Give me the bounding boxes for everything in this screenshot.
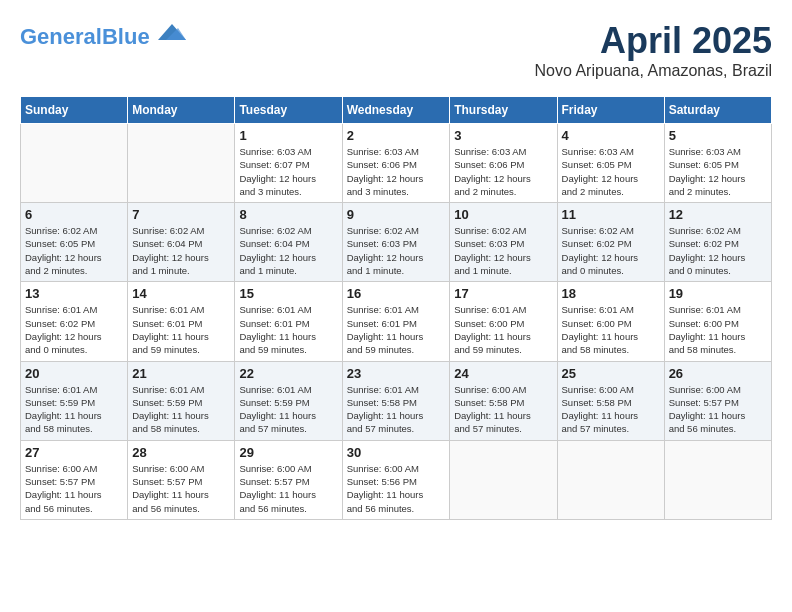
day-number: 9: [347, 207, 446, 222]
day-number: 5: [669, 128, 767, 143]
calendar-cell: 30Sunrise: 6:00 AM Sunset: 5:56 PM Dayli…: [342, 440, 450, 519]
day-detail: Sunrise: 6:01 AM Sunset: 6:02 PM Dayligh…: [25, 303, 123, 356]
day-detail: Sunrise: 6:00 AM Sunset: 5:58 PM Dayligh…: [454, 383, 552, 436]
calendar-cell: 2Sunrise: 6:03 AM Sunset: 6:06 PM Daylig…: [342, 124, 450, 203]
day-number: 30: [347, 445, 446, 460]
calendar-cell: 3Sunrise: 6:03 AM Sunset: 6:06 PM Daylig…: [450, 124, 557, 203]
calendar-cell: 6Sunrise: 6:02 AM Sunset: 6:05 PM Daylig…: [21, 203, 128, 282]
header: GeneralBlue April 2025 Novo Aripuana, Am…: [20, 20, 772, 80]
day-detail: Sunrise: 6:01 AM Sunset: 6:00 PM Dayligh…: [454, 303, 552, 356]
calendar-cell: [21, 124, 128, 203]
weekday-header-row: SundayMondayTuesdayWednesdayThursdayFrid…: [21, 97, 772, 124]
day-number: 25: [562, 366, 660, 381]
day-detail: Sunrise: 6:02 AM Sunset: 6:05 PM Dayligh…: [25, 224, 123, 277]
calendar-cell: 9Sunrise: 6:02 AM Sunset: 6:03 PM Daylig…: [342, 203, 450, 282]
day-detail: Sunrise: 6:01 AM Sunset: 6:01 PM Dayligh…: [239, 303, 337, 356]
day-number: 19: [669, 286, 767, 301]
day-detail: Sunrise: 6:01 AM Sunset: 5:58 PM Dayligh…: [347, 383, 446, 436]
location-title: Novo Aripuana, Amazonas, Brazil: [535, 62, 772, 80]
day-number: 14: [132, 286, 230, 301]
day-detail: Sunrise: 6:03 AM Sunset: 6:06 PM Dayligh…: [454, 145, 552, 198]
weekday-header-sunday: Sunday: [21, 97, 128, 124]
day-detail: Sunrise: 6:02 AM Sunset: 6:03 PM Dayligh…: [454, 224, 552, 277]
day-detail: Sunrise: 6:01 AM Sunset: 6:01 PM Dayligh…: [132, 303, 230, 356]
calendar-cell: 29Sunrise: 6:00 AM Sunset: 5:57 PM Dayli…: [235, 440, 342, 519]
day-detail: Sunrise: 6:01 AM Sunset: 5:59 PM Dayligh…: [132, 383, 230, 436]
day-number: 11: [562, 207, 660, 222]
calendar-cell: 21Sunrise: 6:01 AM Sunset: 5:59 PM Dayli…: [128, 361, 235, 440]
calendar-cell: 10Sunrise: 6:02 AM Sunset: 6:03 PM Dayli…: [450, 203, 557, 282]
day-number: 26: [669, 366, 767, 381]
calendar-cell: 19Sunrise: 6:01 AM Sunset: 6:00 PM Dayli…: [664, 282, 771, 361]
calendar-cell: 22Sunrise: 6:01 AM Sunset: 5:59 PM Dayli…: [235, 361, 342, 440]
day-detail: Sunrise: 6:00 AM Sunset: 5:58 PM Dayligh…: [562, 383, 660, 436]
day-number: 13: [25, 286, 123, 301]
calendar-cell: 25Sunrise: 6:00 AM Sunset: 5:58 PM Dayli…: [557, 361, 664, 440]
calendar-cell: [450, 440, 557, 519]
day-detail: Sunrise: 6:00 AM Sunset: 5:56 PM Dayligh…: [347, 462, 446, 515]
calendar-cell: 11Sunrise: 6:02 AM Sunset: 6:02 PM Dayli…: [557, 203, 664, 282]
logo-text: GeneralBlue: [20, 20, 186, 49]
calendar-cell: 18Sunrise: 6:01 AM Sunset: 6:00 PM Dayli…: [557, 282, 664, 361]
day-number: 23: [347, 366, 446, 381]
day-number: 8: [239, 207, 337, 222]
calendar: SundayMondayTuesdayWednesdayThursdayFrid…: [20, 96, 772, 520]
day-number: 3: [454, 128, 552, 143]
day-number: 18: [562, 286, 660, 301]
week-row-5: 27Sunrise: 6:00 AM Sunset: 5:57 PM Dayli…: [21, 440, 772, 519]
day-detail: Sunrise: 6:02 AM Sunset: 6:02 PM Dayligh…: [669, 224, 767, 277]
day-detail: Sunrise: 6:03 AM Sunset: 6:07 PM Dayligh…: [239, 145, 337, 198]
day-detail: Sunrise: 6:03 AM Sunset: 6:05 PM Dayligh…: [562, 145, 660, 198]
calendar-cell: 27Sunrise: 6:00 AM Sunset: 5:57 PM Dayli…: [21, 440, 128, 519]
day-number: 27: [25, 445, 123, 460]
day-detail: Sunrise: 6:00 AM Sunset: 5:57 PM Dayligh…: [239, 462, 337, 515]
day-number: 4: [562, 128, 660, 143]
weekday-header-tuesday: Tuesday: [235, 97, 342, 124]
day-detail: Sunrise: 6:02 AM Sunset: 6:04 PM Dayligh…: [132, 224, 230, 277]
calendar-cell: 1Sunrise: 6:03 AM Sunset: 6:07 PM Daylig…: [235, 124, 342, 203]
weekday-header-wednesday: Wednesday: [342, 97, 450, 124]
logo: GeneralBlue: [20, 20, 186, 49]
day-detail: Sunrise: 6:02 AM Sunset: 6:02 PM Dayligh…: [562, 224, 660, 277]
calendar-cell: 5Sunrise: 6:03 AM Sunset: 6:05 PM Daylig…: [664, 124, 771, 203]
calendar-cell: 23Sunrise: 6:01 AM Sunset: 5:58 PM Dayli…: [342, 361, 450, 440]
day-number: 10: [454, 207, 552, 222]
day-number: 20: [25, 366, 123, 381]
day-detail: Sunrise: 6:03 AM Sunset: 6:05 PM Dayligh…: [669, 145, 767, 198]
logo-line2: Blue: [102, 24, 150, 49]
day-number: 12: [669, 207, 767, 222]
day-number: 7: [132, 207, 230, 222]
day-number: 21: [132, 366, 230, 381]
calendar-cell: 14Sunrise: 6:01 AM Sunset: 6:01 PM Dayli…: [128, 282, 235, 361]
day-detail: Sunrise: 6:02 AM Sunset: 6:04 PM Dayligh…: [239, 224, 337, 277]
day-number: 16: [347, 286, 446, 301]
day-number: 28: [132, 445, 230, 460]
calendar-cell: [128, 124, 235, 203]
week-row-2: 6Sunrise: 6:02 AM Sunset: 6:05 PM Daylig…: [21, 203, 772, 282]
calendar-cell: 12Sunrise: 6:02 AM Sunset: 6:02 PM Dayli…: [664, 203, 771, 282]
logo-icon: [158, 20, 186, 44]
day-number: 15: [239, 286, 337, 301]
week-row-3: 13Sunrise: 6:01 AM Sunset: 6:02 PM Dayli…: [21, 282, 772, 361]
day-detail: Sunrise: 6:01 AM Sunset: 5:59 PM Dayligh…: [239, 383, 337, 436]
week-row-1: 1Sunrise: 6:03 AM Sunset: 6:07 PM Daylig…: [21, 124, 772, 203]
calendar-cell: 16Sunrise: 6:01 AM Sunset: 6:01 PM Dayli…: [342, 282, 450, 361]
calendar-cell: 7Sunrise: 6:02 AM Sunset: 6:04 PM Daylig…: [128, 203, 235, 282]
day-number: 17: [454, 286, 552, 301]
calendar-cell: 13Sunrise: 6:01 AM Sunset: 6:02 PM Dayli…: [21, 282, 128, 361]
calendar-cell: [664, 440, 771, 519]
logo-line1: General: [20, 24, 102, 49]
day-detail: Sunrise: 6:00 AM Sunset: 5:57 PM Dayligh…: [132, 462, 230, 515]
day-number: 29: [239, 445, 337, 460]
day-number: 6: [25, 207, 123, 222]
day-number: 1: [239, 128, 337, 143]
day-number: 22: [239, 366, 337, 381]
title-area: April 2025 Novo Aripuana, Amazonas, Braz…: [535, 20, 772, 80]
day-detail: Sunrise: 6:01 AM Sunset: 6:00 PM Dayligh…: [562, 303, 660, 356]
weekday-header-thursday: Thursday: [450, 97, 557, 124]
weekday-header-monday: Monday: [128, 97, 235, 124]
day-detail: Sunrise: 6:01 AM Sunset: 6:00 PM Dayligh…: [669, 303, 767, 356]
week-row-4: 20Sunrise: 6:01 AM Sunset: 5:59 PM Dayli…: [21, 361, 772, 440]
day-detail: Sunrise: 6:01 AM Sunset: 6:01 PM Dayligh…: [347, 303, 446, 356]
calendar-cell: [557, 440, 664, 519]
